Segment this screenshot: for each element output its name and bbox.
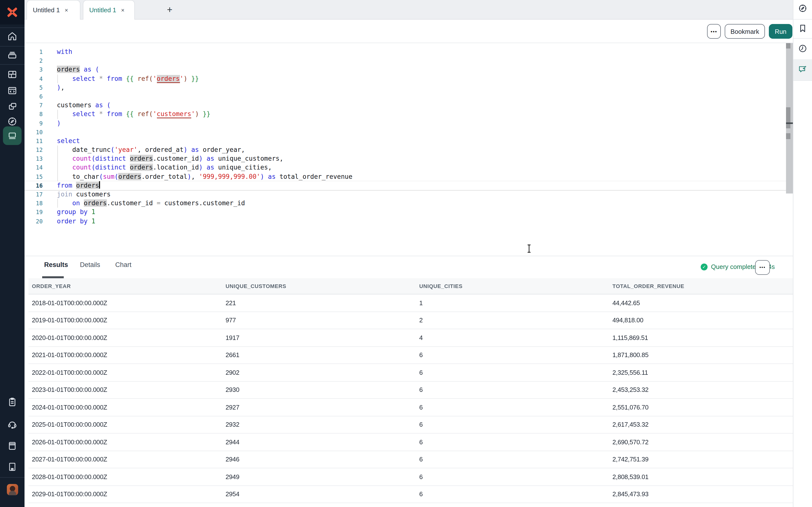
column-header[interactable]: UNIQUE_CITIES bbox=[416, 283, 609, 289]
table-row[interactable]: 2022-01-01T00:00:00.000Z290262,325,556.1… bbox=[29, 364, 793, 381]
tab-label: Untitled 1 bbox=[89, 6, 116, 14]
results-panel: Results Details Chart ✓ Query completed … bbox=[24, 256, 793, 507]
tab-bar: Untitled 1 × Untitled 1 × + bbox=[24, 0, 793, 19]
table-row[interactable]: 2028-01-01T00:00:00.000Z294962,808,539.0… bbox=[29, 468, 793, 486]
line-number: 8 bbox=[24, 110, 43, 119]
code-line[interactable]: 11select bbox=[24, 137, 786, 146]
code-line[interactable]: 18 on orders.customer_id = customers.cus… bbox=[24, 199, 786, 208]
table-cell: 1,871,800.85 bbox=[609, 351, 791, 359]
code-line[interactable]: 4 select * from {{ ref('orders') }} bbox=[24, 74, 786, 83]
active-tab-underline bbox=[42, 276, 64, 278]
windows-icon[interactable] bbox=[7, 101, 18, 112]
code-line[interactable]: 14 count(distinct orders.location_id) as… bbox=[24, 163, 786, 172]
code-text: select * from {{ ref('orders') }} bbox=[57, 74, 199, 83]
table-cell: 44,442.65 bbox=[609, 299, 791, 307]
table-row[interactable]: 2023-01-01T00:00:00.000Z293062,453,253.3… bbox=[29, 381, 793, 399]
table-row[interactable]: 2029-01-01T00:00:00.000Z295462,845,473.9… bbox=[29, 486, 793, 503]
user-avatar[interactable] bbox=[7, 484, 18, 495]
code-line[interactable]: 8 select * from {{ ref('customers') }} bbox=[24, 110, 786, 119]
text-cursor-pointer bbox=[526, 244, 531, 253]
table-row[interactable]: 2027-01-01T00:00:00.000Z294662,742,751.3… bbox=[29, 451, 793, 468]
table-cell: 2902 bbox=[222, 369, 416, 376]
table-row[interactable]: 2018-01-01T00:00:00.000Z221144,442.65 bbox=[29, 294, 793, 312]
code-line[interactable]: 13 count(distinct orders.customer_id) as… bbox=[24, 155, 786, 163]
code-line[interactable]: 16from orders bbox=[24, 181, 786, 190]
tab-results[interactable]: Results bbox=[44, 261, 68, 269]
code-line[interactable]: 10 bbox=[24, 128, 786, 136]
table-cell: 6 bbox=[416, 456, 609, 463]
more-options-button[interactable]: ••• bbox=[707, 24, 721, 39]
bookmark-button[interactable]: Bookmark bbox=[725, 24, 765, 39]
home-icon[interactable] bbox=[7, 31, 18, 42]
explore-compass-icon[interactable] bbox=[798, 3, 808, 13]
table-cell: 2020-01-01T00:00:00.000Z bbox=[29, 334, 222, 341]
code-line[interactable]: 9) bbox=[24, 119, 786, 128]
table-row[interactable]: 2030-01-01T00:00:00.000Z287961,841,049.3… bbox=[29, 503, 793, 507]
line-number: 6 bbox=[24, 92, 43, 101]
code-window-icon[interactable] bbox=[7, 85, 18, 96]
org-building-icon[interactable] bbox=[7, 461, 18, 472]
table-cell: 2,325,556.11 bbox=[609, 369, 791, 376]
hex-logo[interactable] bbox=[0, 0, 24, 24]
docs-book-icon[interactable] bbox=[7, 440, 18, 451]
sql-editor[interactable]: 1with23orders as (4 select * from {{ ref… bbox=[24, 43, 786, 256]
ai-chat-sparkle-icon[interactable] bbox=[798, 64, 808, 74]
table-row[interactable]: 2025-01-01T00:00:00.000Z293262,617,453.3… bbox=[29, 416, 793, 434]
tab-details[interactable]: Details bbox=[80, 261, 100, 269]
table-cell: 2023-01-01T00:00:00.000Z bbox=[29, 386, 222, 394]
table-row[interactable]: 2020-01-01T00:00:00.000Z191741,115,869.5… bbox=[29, 329, 793, 347]
support-headset-icon[interactable] bbox=[7, 419, 18, 430]
table-row[interactable]: 2026-01-01T00:00:00.000Z294462,690,570.7… bbox=[29, 434, 793, 451]
code-line[interactable]: 6 bbox=[24, 92, 786, 101]
table-row[interactable]: 2024-01-01T00:00:00.000Z292762,551,076.7… bbox=[29, 399, 793, 416]
new-tab-button[interactable]: + bbox=[164, 4, 175, 16]
table-row[interactable]: 2021-01-01T00:00:00.000Z266161,871,800.8… bbox=[29, 347, 793, 364]
close-tab-icon[interactable]: × bbox=[121, 7, 124, 13]
table-row[interactable]: 2019-01-01T00:00:00.000Z9772494,818.00 bbox=[29, 312, 793, 329]
code-text: ) bbox=[57, 119, 61, 128]
code-line[interactable]: 19group by 1 bbox=[24, 208, 786, 217]
tab-untitled-1[interactable]: Untitled 1 × bbox=[27, 0, 81, 19]
table-cell: 6 bbox=[416, 369, 609, 376]
line-number: 1 bbox=[24, 48, 43, 56]
terminal-icon[interactable] bbox=[7, 130, 18, 141]
table-cell: 2028-01-01T00:00:00.000Z bbox=[29, 473, 222, 481]
scroll-thumb[interactable] bbox=[786, 107, 791, 128]
table-cell: 2027-01-01T00:00:00.000Z bbox=[29, 456, 222, 463]
scroll-annotation bbox=[786, 133, 791, 139]
line-number: 15 bbox=[24, 172, 43, 181]
tab-untitled-1-active[interactable]: Untitled 1 × bbox=[83, 0, 135, 19]
table-cell: 2,808,539.01 bbox=[609, 473, 791, 481]
history-clock-icon[interactable] bbox=[798, 44, 808, 53]
code-line[interactable]: 5), bbox=[24, 83, 786, 92]
check-circle-icon: ✓ bbox=[701, 263, 708, 270]
table-cell: 6 bbox=[416, 386, 609, 394]
code-line[interactable]: 2 bbox=[24, 56, 786, 65]
editor-scrollbar[interactable] bbox=[786, 43, 793, 193]
column-header[interactable]: ORDER_YEAR bbox=[29, 283, 222, 289]
apps-grid-icon[interactable] bbox=[7, 69, 18, 80]
code-line[interactable]: 17join customers bbox=[24, 190, 786, 199]
code-text: count(distinct orders.customer_id) as un… bbox=[57, 155, 284, 163]
code-line[interactable]: 3orders as ( bbox=[24, 65, 786, 74]
projects-tray-icon[interactable] bbox=[7, 50, 18, 60]
divider bbox=[0, 46, 24, 47]
bookmark-icon[interactable] bbox=[798, 23, 808, 33]
cursor-line-marker bbox=[786, 122, 793, 124]
code-line[interactable]: 7customers as ( bbox=[24, 101, 786, 110]
compass-icon[interactable] bbox=[7, 116, 18, 127]
code-line[interactable]: 12 date_trunc('year', ordered_at) as ord… bbox=[24, 146, 786, 154]
table-cell: 2927 bbox=[222, 404, 416, 411]
clipboard-icon[interactable] bbox=[7, 397, 18, 407]
code-text: order by 1 bbox=[57, 217, 95, 226]
code-lines: 1with23orders as (4 select * from {{ ref… bbox=[24, 48, 786, 226]
column-header[interactable]: UNIQUE_CUSTOMERS bbox=[222, 283, 416, 289]
run-button[interactable]: Run bbox=[769, 24, 793, 39]
code-line[interactable]: 1with bbox=[24, 48, 786, 56]
column-header[interactable]: TOTAL_ORDER_REVENUE bbox=[609, 283, 791, 289]
code-line[interactable]: 15 to_char(sum(orders.order_total), '999… bbox=[24, 172, 786, 181]
code-line[interactable]: 20order by 1 bbox=[24, 217, 786, 226]
tab-chart[interactable]: Chart bbox=[115, 261, 132, 269]
results-more-button[interactable]: ••• bbox=[755, 260, 770, 275]
close-tab-icon[interactable]: × bbox=[65, 7, 68, 13]
